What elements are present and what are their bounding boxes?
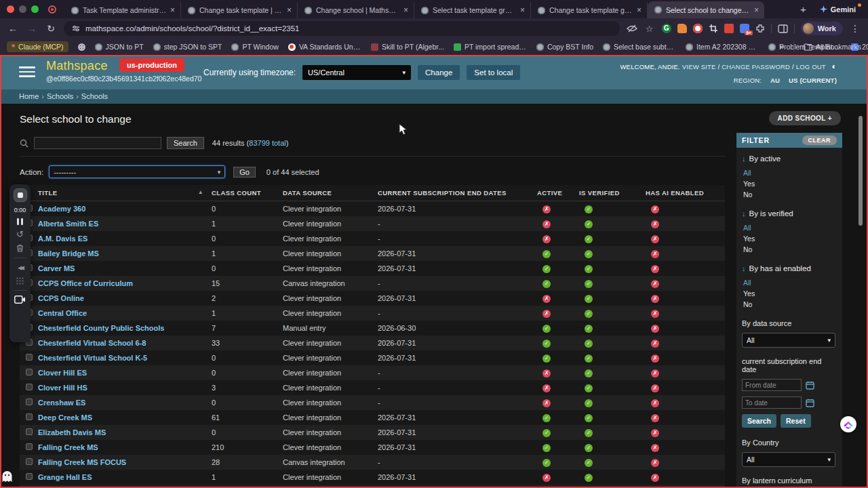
view-site-link[interactable]: VIEW SITE	[682, 63, 716, 70]
bookmark-item[interactable]: *Claude (MCP)	[7, 41, 68, 52]
change-password-link[interactable]: CHANGE PASSWORD	[722, 63, 790, 70]
column-header-title[interactable]: TITLE▲	[38, 185, 212, 201]
grammarly-extension-icon[interactable]: G	[662, 24, 671, 33]
bookmark-item[interactable]: Skill to PT (Algebr...	[371, 43, 444, 51]
school-title-link[interactable]: Chesterfield Virtual School 6-8	[38, 339, 146, 347]
school-title-link[interactable]: Falling Creek MS FOCUS	[38, 458, 126, 466]
school-title-link[interactable]: Elizabeth Davis MS	[38, 428, 106, 436]
bookmark-item[interactable]: Copy BST Info	[536, 43, 593, 51]
row-checkbox[interactable]	[26, 458, 33, 465]
breadcrumb-schools-link[interactable]: Schools	[47, 92, 73, 100]
browser-menu-icon[interactable]: ⋮	[849, 23, 861, 34]
browser-tab[interactable]: Change task template group×	[531, 2, 648, 18]
school-title-link[interactable]: Carver MS	[38, 264, 75, 272]
action-select[interactable]: --------- ▾	[49, 165, 225, 178]
school-title-link[interactable]: Alberta Smith ES	[38, 220, 98, 228]
breadcrumb-home-link[interactable]: Home	[19, 92, 39, 100]
column-header-active[interactable]: ACTIVE	[537, 185, 579, 201]
school-title-link[interactable]: A.M. Davis ES	[38, 235, 87, 243]
show-all-link[interactable]: 83799 total	[249, 139, 285, 147]
tab-close-icon[interactable]: ×	[170, 5, 175, 15]
school-title-link[interactable]: Chesterfield County Public Schools	[38, 324, 164, 332]
bookmark-item[interactable]: Item A2 202308 B...	[686, 43, 759, 51]
column-header-is-verified[interactable]: IS VERIFIED	[579, 185, 646, 201]
school-title-link[interactable]: Bailey Bridge MS	[38, 249, 99, 258]
row-checkbox[interactable]	[26, 473, 33, 480]
filter-option-yes[interactable]: Yes	[742, 233, 835, 244]
browser-tab[interactable]: Task Template administration×	[64, 2, 181, 18]
school-title-link[interactable]: Deep Creek MS	[38, 413, 92, 422]
filter-date-reset-button[interactable]: Reset	[781, 414, 811, 428]
country-select[interactable]: All ▾	[742, 452, 835, 467]
school-title-link[interactable]: Chesterfield Virtual School K-5	[38, 354, 147, 362]
effects-grid-icon[interactable]	[16, 277, 24, 285]
add-school-button[interactable]: ADD SCHOOL +	[769, 111, 841, 125]
filter-option-yes[interactable]: Yes	[742, 178, 835, 189]
filter-option-no[interactable]: No	[742, 189, 835, 200]
clickup-widget-button[interactable]	[840, 416, 856, 432]
row-checkbox[interactable]	[26, 354, 33, 361]
tab-close-icon[interactable]: ×	[754, 5, 759, 15]
filter-option-all[interactable]: All	[742, 222, 835, 233]
camera-icon[interactable]	[14, 296, 26, 304]
school-title-link[interactable]: Falling Creek MS	[38, 443, 98, 451]
tab-close-icon[interactable]: ×	[287, 5, 292, 15]
ghost-icon[interactable]	[1, 470, 13, 483]
hamburger-menu-icon[interactable]	[19, 66, 35, 80]
fullscreen-window-button[interactable]	[31, 5, 39, 13]
search-button[interactable]: Search	[167, 137, 204, 149]
pause-recording-button[interactable]	[17, 218, 23, 225]
browser-tab[interactable]: Change school | Mathspace s×	[298, 2, 414, 18]
filter-option-no[interactable]: No	[742, 299, 835, 310]
red-circle-extension-icon[interactable]	[693, 24, 703, 33]
bookmark-item[interactable]: PT Window	[231, 43, 279, 51]
back-button[interactable]: ←	[7, 23, 19, 34]
minimize-window-button[interactable]	[19, 5, 26, 13]
bookmarks-overflow-chevron[interactable]: »	[779, 42, 784, 52]
row-checkbox[interactable]	[26, 399, 33, 405]
go-button[interactable]: Go	[233, 167, 256, 178]
column-header-data-source[interactable]: DATA SOURCE	[283, 185, 378, 201]
recording-indicator-icon[interactable]	[48, 5, 56, 14]
column-header-end-dates[interactable]: CURRENT SUBSCRIPTION END DATES	[378, 185, 537, 201]
all-bookmarks-button[interactable]: All Bookmarks	[804, 43, 861, 51]
new-tab-button[interactable]: +	[793, 3, 813, 15]
set-to-local-button[interactable]: Set to local	[467, 65, 520, 80]
restart-recording-icon[interactable]: ↺	[16, 230, 24, 239]
row-checkbox[interactable]	[26, 369, 33, 375]
row-checkbox[interactable]	[26, 428, 33, 435]
delete-recording-icon[interactable]	[16, 243, 24, 253]
school-title-link[interactable]: Grange Hall ES	[38, 473, 92, 481]
school-title-link[interactable]: CCPS Office of Curriculum	[38, 279, 133, 287]
calendar-icon[interactable]	[806, 399, 814, 407]
bookmark-item[interactable]: JSON to PT	[95, 43, 144, 51]
collapse-arrow-icon[interactable]: ↓	[742, 264, 746, 272]
sort-asc-icon[interactable]: ▲	[198, 189, 203, 195]
page-scrollbar[interactable]	[859, 116, 863, 226]
filter-option-no[interactable]: No	[742, 244, 835, 255]
browser-tab[interactable]: Select task template group to×	[414, 2, 531, 18]
site-settings-icon[interactable]	[72, 24, 80, 33]
url-omnibox[interactable]: mathspace.co/admin/schools/school/?distr…	[64, 21, 620, 36]
screenshot-extension-icon[interactable]	[709, 24, 718, 33]
clear-filters-button[interactable]: CLEAR	[802, 136, 837, 145]
browser-tab[interactable]: Change task template | Math×	[181, 2, 298, 18]
profile-button[interactable]: Work	[801, 22, 843, 35]
bookmark-item[interactable]: VA Standards Unp...	[288, 43, 361, 51]
tab-close-icon[interactable]: ×	[520, 5, 525, 15]
side-panel-icon[interactable]	[778, 24, 788, 33]
browser-tab[interactable]: Select school to change | Mat×	[648, 1, 764, 18]
bookmark-item[interactable]: Select base subto...	[603, 43, 676, 51]
timezone-select[interactable]: US/Central ▾	[302, 65, 411, 80]
column-header-class-count[interactable]: CLASS COUNT	[212, 185, 283, 201]
school-title-link[interactable]: Crenshaw ES	[38, 399, 85, 407]
collapse-arrow-icon[interactable]: ↓	[742, 155, 746, 163]
stop-recording-button[interactable]	[14, 188, 27, 202]
calendar-icon[interactable]	[806, 381, 814, 390]
search-input[interactable]	[34, 137, 161, 149]
bookmark-item[interactable]	[78, 43, 85, 51]
from-date-input[interactable]	[742, 379, 802, 391]
bookmark-item[interactable]: PT import spreads...	[454, 43, 527, 51]
school-title-link[interactable]: Clover Hill ES	[38, 369, 87, 377]
red-book-extension-icon[interactable]	[724, 24, 734, 33]
